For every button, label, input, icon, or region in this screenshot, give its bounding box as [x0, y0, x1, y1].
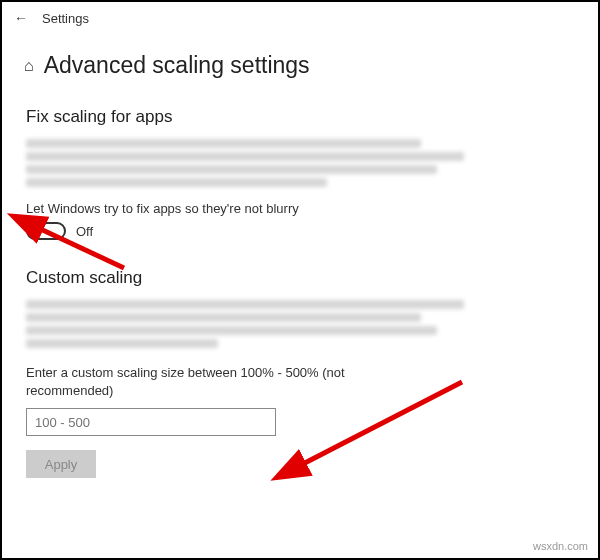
apply-button[interactable]: Apply	[26, 450, 96, 478]
fix-scaling-heading: Fix scaling for apps	[26, 107, 574, 127]
custom-scaling-description	[26, 300, 574, 348]
custom-scaling-input[interactable]	[26, 408, 276, 436]
custom-scaling-heading: Custom scaling	[26, 268, 574, 288]
blurry-fix-toggle-row: Off	[26, 222, 574, 240]
page-title-row: ⌂ Advanced scaling settings	[2, 34, 598, 87]
window-header: ← Settings	[2, 2, 598, 34]
blurry-fix-toggle-label: Let Windows try to fix apps so they're n…	[26, 201, 574, 216]
page-title: Advanced scaling settings	[44, 52, 310, 79]
content-area: Fix scaling for apps Let Windows try to …	[2, 87, 598, 488]
back-arrow-icon[interactable]: ←	[14, 10, 28, 26]
toggle-state-label: Off	[76, 224, 93, 239]
custom-scaling-input-label: Enter a custom scaling size between 100%…	[26, 364, 386, 400]
app-title: Settings	[42, 11, 89, 26]
blurry-fix-toggle[interactable]	[26, 222, 66, 240]
toggle-knob	[30, 226, 40, 236]
fix-scaling-description	[26, 139, 574, 187]
home-icon[interactable]: ⌂	[24, 57, 34, 75]
watermark: wsxdn.com	[533, 540, 588, 552]
